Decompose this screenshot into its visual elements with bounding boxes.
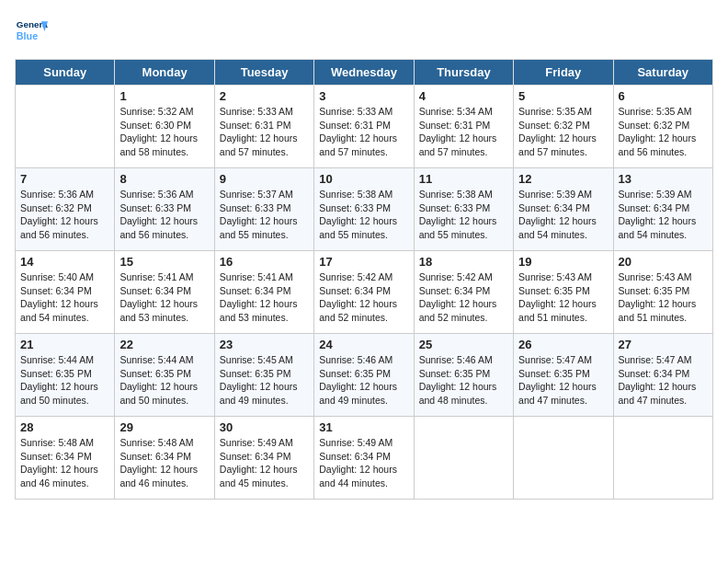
daylight-text: Daylight: 12 hours and 56 minutes.: [119, 214, 209, 241]
day-number: 6: [619, 89, 708, 103]
calendar-cell: 4 Sunrise: 5:34 AM Sunset: 6:31 PM Dayli…: [414, 86, 513, 168]
daylight-text: Daylight: 12 hours and 57 minutes.: [419, 132, 508, 158]
day-number: 14: [20, 255, 109, 269]
sunset-text: Sunset: 6:34 PM: [119, 284, 209, 298]
calendar-cell: [613, 417, 712, 500]
sunrise-text: Sunrise: 5:32 AM: [119, 105, 209, 119]
day-number: 17: [319, 255, 408, 269]
daylight-text: Daylight: 12 hours and 50 minutes.: [20, 380, 109, 407]
week-row-1: 1 Sunrise: 5:32 AM Sunset: 6:30 PM Dayli…: [16, 86, 713, 168]
daylight-text: Daylight: 12 hours and 57 minutes.: [319, 132, 408, 158]
day-number: 7: [20, 172, 109, 186]
daylight-text: Daylight: 12 hours and 46 minutes.: [20, 463, 109, 489]
calendar-cell: 3 Sunrise: 5:33 AM Sunset: 6:31 PM Dayli…: [314, 86, 414, 168]
calendar-cell: 10 Sunrise: 5:38 AM Sunset: 6:33 PM Dayl…: [314, 168, 414, 251]
day-header-thursday: Thursday: [414, 60, 513, 86]
day-header-monday: Monday: [115, 60, 214, 86]
daylight-text: Daylight: 12 hours and 54 minutes.: [20, 297, 109, 324]
week-row-2: 7 Sunrise: 5:36 AM Sunset: 6:32 PM Dayli…: [16, 168, 713, 251]
sunrise-text: Sunrise: 5:47 AM: [619, 353, 708, 367]
sunset-text: Sunset: 6:32 PM: [20, 201, 109, 215]
day-number: 24: [319, 338, 408, 351]
day-number: 23: [220, 338, 309, 351]
day-number: 13: [619, 172, 708, 186]
sunset-text: Sunset: 6:35 PM: [119, 367, 209, 381]
calendar-cell: 20 Sunrise: 5:43 AM Sunset: 6:35 PM Dayl…: [613, 251, 712, 334]
sunset-text: Sunset: 6:34 PM: [419, 284, 508, 298]
sunset-text: Sunset: 6:34 PM: [20, 284, 109, 298]
day-number: 9: [220, 172, 309, 186]
calendar-cell: 5 Sunrise: 5:35 AM Sunset: 6:32 PM Dayli…: [514, 86, 613, 168]
day-header-tuesday: Tuesday: [214, 60, 313, 86]
calendar-cell: 13 Sunrise: 5:39 AM Sunset: 6:34 PM Dayl…: [613, 168, 712, 251]
sunrise-text: Sunrise: 5:48 AM: [20, 436, 109, 450]
sunset-text: Sunset: 6:35 PM: [619, 284, 708, 298]
sunrise-text: Sunrise: 5:43 AM: [518, 270, 608, 284]
sunrise-text: Sunrise: 5:44 AM: [20, 353, 109, 367]
sunrise-text: Sunrise: 5:48 AM: [119, 436, 209, 450]
calendar-cell: 12 Sunrise: 5:39 AM Sunset: 6:34 PM Dayl…: [514, 168, 613, 251]
daylight-text: Daylight: 12 hours and 54 minutes.: [619, 214, 708, 241]
day-number: 4: [419, 89, 508, 103]
calendar-cell: 9 Sunrise: 5:37 AM Sunset: 6:33 PM Dayli…: [214, 168, 313, 251]
sunrise-text: Sunrise: 5:47 AM: [518, 353, 608, 367]
logo: General Blue: [15, 15, 48, 48]
day-number: 31: [319, 420, 408, 434]
sunset-text: Sunset: 6:30 PM: [119, 119, 209, 132]
daylight-text: Daylight: 12 hours and 47 minutes.: [619, 380, 708, 407]
calendar-cell: [514, 417, 613, 500]
calendar-cell: 6 Sunrise: 5:35 AM Sunset: 6:32 PM Dayli…: [613, 86, 712, 168]
calendar-header-row: SundayMondayTuesdayWednesdayThursdayFrid…: [16, 60, 713, 86]
sunset-text: Sunset: 6:33 PM: [119, 201, 209, 215]
sunset-text: Sunset: 6:34 PM: [319, 450, 408, 464]
daylight-text: Daylight: 12 hours and 53 minutes.: [220, 297, 309, 324]
sunrise-text: Sunrise: 5:44 AM: [119, 353, 209, 367]
day-number: 28: [20, 420, 109, 434]
daylight-text: Daylight: 12 hours and 53 minutes.: [119, 297, 209, 324]
sunrise-text: Sunrise: 5:36 AM: [20, 188, 109, 201]
calendar-cell: [414, 417, 513, 500]
week-row-5: 28 Sunrise: 5:48 AM Sunset: 6:34 PM Dayl…: [16, 417, 713, 500]
day-number: 12: [518, 172, 608, 186]
daylight-text: Daylight: 12 hours and 52 minutes.: [319, 297, 408, 324]
daylight-text: Daylight: 12 hours and 52 minutes.: [419, 297, 508, 324]
day-number: 27: [619, 338, 708, 351]
day-number: 1: [119, 89, 209, 103]
daylight-text: Daylight: 12 hours and 49 minutes.: [319, 380, 408, 407]
daylight-text: Daylight: 12 hours and 57 minutes.: [518, 132, 608, 158]
sunset-text: Sunset: 6:34 PM: [220, 450, 309, 464]
calendar-cell: 28 Sunrise: 5:48 AM Sunset: 6:34 PM Dayl…: [16, 417, 115, 500]
day-header-friday: Friday: [514, 60, 613, 86]
sunrise-text: Sunrise: 5:39 AM: [518, 188, 608, 201]
calendar-cell: 30 Sunrise: 5:49 AM Sunset: 6:34 PM Dayl…: [214, 417, 313, 500]
calendar-cell: 14 Sunrise: 5:40 AM Sunset: 6:34 PM Dayl…: [16, 251, 115, 334]
week-row-3: 14 Sunrise: 5:40 AM Sunset: 6:34 PM Dayl…: [16, 251, 713, 334]
calendar-cell: 2 Sunrise: 5:33 AM Sunset: 6:31 PM Dayli…: [214, 86, 313, 168]
daylight-text: Daylight: 12 hours and 56 minutes.: [20, 214, 109, 241]
sunset-text: Sunset: 6:34 PM: [20, 450, 109, 464]
day-number: 16: [220, 255, 309, 269]
day-number: 25: [419, 338, 508, 351]
sunrise-text: Sunrise: 5:49 AM: [319, 436, 408, 450]
calendar-cell: 19 Sunrise: 5:43 AM Sunset: 6:35 PM Dayl…: [514, 251, 613, 334]
day-number: 22: [119, 338, 209, 351]
sunrise-text: Sunrise: 5:38 AM: [419, 188, 508, 201]
sunrise-text: Sunrise: 5:34 AM: [419, 105, 508, 119]
sunset-text: Sunset: 6:35 PM: [419, 367, 508, 381]
sunset-text: Sunset: 6:35 PM: [20, 367, 109, 381]
sunrise-text: Sunrise: 5:35 AM: [619, 105, 708, 119]
calendar-cell: 23 Sunrise: 5:45 AM Sunset: 6:35 PM Dayl…: [214, 334, 313, 417]
calendar-cell: 17 Sunrise: 5:42 AM Sunset: 6:34 PM Dayl…: [314, 251, 414, 334]
sunset-text: Sunset: 6:34 PM: [518, 201, 608, 215]
daylight-text: Daylight: 12 hours and 58 minutes.: [119, 132, 209, 158]
calendar-cell: 25 Sunrise: 5:46 AM Sunset: 6:35 PM Dayl…: [414, 334, 513, 417]
daylight-text: Daylight: 12 hours and 54 minutes.: [518, 214, 608, 241]
sunset-text: Sunset: 6:34 PM: [319, 284, 408, 298]
sunrise-text: Sunrise: 5:36 AM: [119, 188, 209, 201]
calendar-cell: 26 Sunrise: 5:47 AM Sunset: 6:35 PM Dayl…: [514, 334, 613, 417]
calendar-table: SundayMondayTuesdayWednesdayThursdayFrid…: [15, 59, 713, 500]
logo-icon: General Blue: [15, 15, 48, 48]
sunrise-text: Sunrise: 5:42 AM: [419, 270, 508, 284]
sunset-text: Sunset: 6:35 PM: [518, 367, 608, 381]
sunrise-text: Sunrise: 5:46 AM: [419, 353, 508, 367]
